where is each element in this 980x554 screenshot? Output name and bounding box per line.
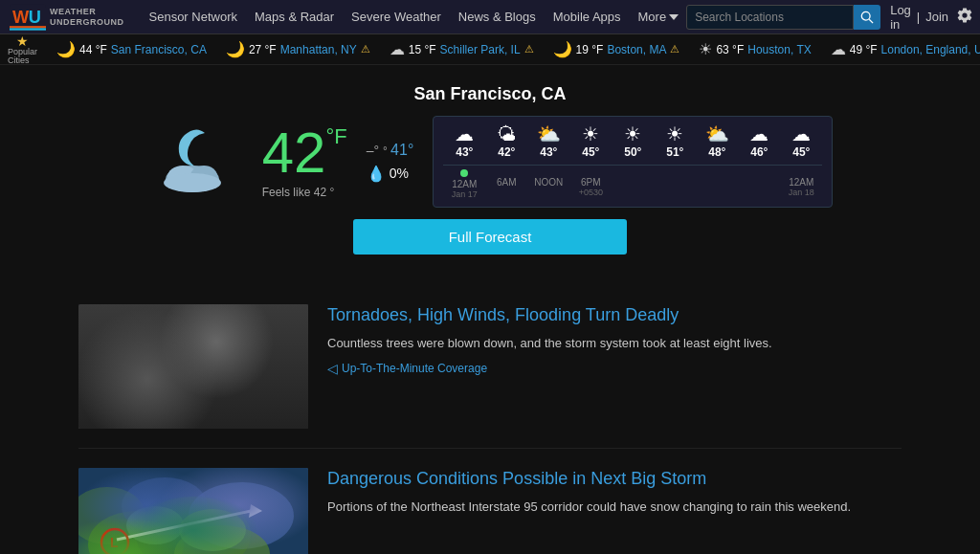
warning-icon-3: ⚠ — [670, 43, 679, 55]
join-link[interactable]: Join — [925, 10, 948, 24]
city-item-schiller[interactable]: ☁ 15 °F Schiller Park, IL ⚠ — [380, 40, 544, 58]
precip-dot-icon: 💧 — [367, 165, 386, 183]
hour-icon-6: ⛅ — [705, 124, 729, 144]
svg-point-19 — [256, 304, 291, 344]
timeline-3: 6PM +0530 — [569, 169, 612, 199]
header: W U WEATHER UNDERGROUND Sensor Network M… — [0, 0, 980, 34]
city-item-manhattan[interactable]: 🌙 27 °F Manhattan, NY ⚠ — [216, 40, 380, 58]
popular-cities-label[interactable]: ★ Popular Cities — [8, 34, 37, 65]
hour-temp-3: 45° — [582, 145, 599, 159]
hour-temp-7: 46° — [750, 145, 768, 159]
hour-icon-8: ☁ — [791, 124, 811, 144]
forecast-btn-area: Full Forecast — [353, 219, 628, 255]
timeline-label-1: 6AM — [485, 177, 527, 188]
svg-line-30 — [117, 511, 251, 540]
svg-rect-4 — [10, 28, 46, 30]
warning-icon-2: ⚠ — [524, 43, 534, 55]
svg-point-24 — [189, 482, 294, 549]
hourly-icons-row: ☁ 43° 🌤 42° ⛅ 43° ☀ 45° — [443, 124, 822, 159]
feels-like-label: Feels like 42 ° — [262, 186, 335, 199]
article-title-tornadoes[interactable]: Tornadoes, High Winds, Flooding Turn Dea… — [327, 304, 902, 326]
hi-lo-line: –° ° 41° — [367, 142, 414, 159]
svg-line-6 — [869, 19, 873, 23]
hourly-forecast-strip: ☁ 43° 🌤 42° ⛅ 43° ☀ 45° — [433, 116, 833, 208]
timeline-1: 6AM — [485, 169, 527, 199]
widget-location-title: San Francisco, CA — [413, 84, 566, 104]
svg-rect-12 — [78, 304, 308, 429]
city-item-san-francisco[interactable]: 🌙 44 °F San Francisco, CA — [47, 40, 216, 58]
timeline-label-2: NOON — [527, 177, 569, 188]
svg-point-22 — [88, 511, 184, 554]
auth-links: Log in | Join — [890, 3, 948, 32]
article-title-dangerous[interactable]: Dangerous Conditions Possible in Next Bi… — [327, 468, 902, 490]
partly-cloudy-night-icon — [152, 123, 238, 200]
star-icon: ★ — [16, 34, 29, 48]
widget-body: 42 °F Feels like 42 ° –° ° 41° 💧 0% — [117, 116, 863, 208]
hour-item-5: ☀ 51° — [654, 124, 696, 159]
hour-item-8: ☁ 45° — [780, 124, 822, 159]
full-forecast-button[interactable]: Full Forecast — [353, 219, 628, 255]
hour-temp-0: 43° — [456, 145, 473, 159]
weather-map-graphic: L — [78, 468, 308, 554]
logo-area[interactable]: W U WEATHER UNDERGROUND — [10, 4, 124, 31]
nav-severe-weather[interactable]: Severe Weather — [344, 0, 449, 34]
search-input[interactable] — [686, 5, 854, 30]
news-article-dangerous-conditions: L Dangerous Conditions Possible in Next … — [78, 449, 902, 554]
news-section: Tornadoes, High Winds, Flooding Turn Dea… — [59, 276, 921, 554]
login-link[interactable]: Log in — [890, 3, 911, 32]
hour-icon-3: ☀ — [582, 124, 599, 144]
timeline-row: 12AM Jan 17 6AM NOON 6PM +0530 — [443, 165, 822, 199]
hour-item-0: ☁ 43° — [443, 124, 485, 159]
article-desc-dangerous: Portions of the Northeast Interstate 95 … — [327, 498, 902, 517]
chevron-down-icon — [669, 12, 679, 22]
hour-icon-7: ☁ — [749, 124, 768, 144]
svg-rect-11 — [78, 304, 308, 429]
settings-icon[interactable] — [956, 7, 973, 27]
hour-icon-4: ☀ — [624, 124, 641, 144]
timeline-6 — [696, 169, 738, 199]
hi-temp: –° — [367, 143, 379, 158]
nav-more[interactable]: More — [631, 0, 687, 34]
wu-logo-icon: W U — [10, 4, 46, 31]
cloud-icon: ☁ — [390, 40, 405, 58]
news-article-tornadoes: Tornadoes, High Winds, Flooding Turn Dea… — [78, 285, 902, 449]
precip-chance: 0% — [390, 166, 409, 181]
article-link-tornadoes[interactable]: ◁ Up-To-The-Minute Coverage — [327, 361, 902, 376]
nav-news-blogs[interactable]: News & Blogs — [451, 0, 544, 34]
search-button[interactable] — [854, 5, 880, 30]
svg-point-10 — [164, 173, 221, 192]
hour-item-3: ☀ 45° — [569, 124, 612, 159]
logo-text: WEATHER UNDERGROUND — [50, 7, 124, 28]
svg-text:W: W — [12, 7, 30, 27]
city-item-houston[interactable]: ☀ 63 °F Houston, TX — [689, 40, 820, 58]
article-content-dangerous: Dangerous Conditions Possible in Next Bi… — [327, 468, 902, 554]
timeline-7 — [738, 169, 780, 199]
search-area — [686, 5, 880, 30]
sun-icon: ☀ — [699, 40, 712, 58]
popular-cities-text: Popular Cities — [8, 48, 37, 65]
nav-mobile-apps[interactable]: Mobile Apps — [546, 0, 629, 34]
timeline-8: 12AM Jan 18 — [780, 169, 822, 199]
hour-temp-2: 43° — [540, 145, 557, 159]
svg-rect-14 — [154, 378, 233, 413]
hour-item-6: ⛅ 48° — [696, 124, 738, 159]
city-item-london[interactable]: ☁ 49 °F London, England, United Kingdom — [821, 40, 980, 58]
timeline-label-3: 6PM — [569, 177, 612, 188]
svg-point-5 — [861, 11, 870, 20]
svg-rect-20 — [78, 304, 308, 343]
share-icon: ◁ — [327, 361, 338, 376]
city-item-boston[interactable]: 🌙 19 °F Boston, MA ⚠ — [544, 40, 690, 58]
svg-text:L: L — [110, 535, 119, 550]
cities-bar: ★ Popular Cities 🌙 44 °F San Francisco, … — [0, 34, 980, 65]
warning-icon-1: ⚠ — [361, 43, 370, 55]
nav-sensor-network[interactable]: Sensor Network — [142, 0, 245, 34]
svg-point-32 — [101, 529, 128, 554]
date-start: Jan 17 — [443, 189, 485, 199]
moon-icon-3: 🌙 — [553, 40, 572, 58]
article-image-tornadoes — [78, 304, 308, 429]
timeline-0: 12AM Jan 17 — [443, 169, 485, 199]
article-image-weather-map: L — [78, 468, 308, 554]
hour-temp-6: 48° — [708, 145, 725, 159]
tornado-image-graphic — [78, 304, 308, 429]
nav-maps-radar[interactable]: Maps & Radar — [247, 0, 342, 34]
